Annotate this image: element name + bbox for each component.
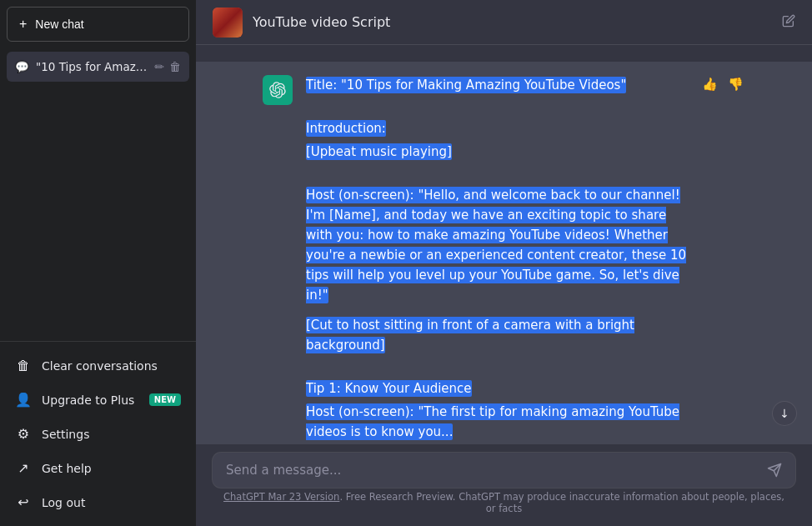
gpt-avatar <box>263 75 293 105</box>
header: YouTube video Script <box>196 0 812 45</box>
chat-item-left: 💬 "10 Tips for Amazing Yo <box>15 60 149 73</box>
settings-icon: ⚙ <box>15 426 32 442</box>
plus-icon: + <box>19 18 27 31</box>
sidebar-item-upgrade[interactable]: 👤 Upgrade to Plus NEW <box>7 383 189 417</box>
footer-rest: . Free Research Preview. ChatGPT may pro… <box>339 491 784 514</box>
message-actions: 👍 👎 <box>700 75 745 93</box>
header-left: YouTube video Script <box>213 8 390 38</box>
sidebar-item-settings[interactable]: ⚙ Settings <box>7 417 189 451</box>
help-icon: ↗ <box>15 460 32 476</box>
message-paragraph-1: Host (on-screen): "Hello, and welcome ba… <box>306 185 687 305</box>
help-label: Get help <box>42 462 92 475</box>
delete-chat-icon[interactable]: 🗑 <box>169 60 181 73</box>
message-input[interactable] <box>226 463 759 478</box>
thumbs-up-button[interactable]: 👍 <box>700 75 719 93</box>
message-line-host2: Host (on-screen): "The first tip for mak… <box>306 402 687 442</box>
highlighted-paragraph-1: Host (on-screen): "Hello, and welcome ba… <box>306 187 686 303</box>
upgrade-label: Upgrade to Plus <box>42 393 134 407</box>
send-button[interactable] <box>767 463 782 478</box>
message-line-cut: [Cut to host sitting in front of a camer… <box>306 315 687 355</box>
scroll-down-button[interactable]: ↓ <box>772 401 797 426</box>
message-line-tip1: Tip 1: Know Your Audience <box>306 378 687 398</box>
edit-chat-icon[interactable]: ✏ <box>154 60 164 73</box>
header-avatar <box>213 8 243 38</box>
scroll-down-icon: ↓ <box>779 407 789 420</box>
new-badge: NEW <box>149 393 181 406</box>
sidebar: + New chat 💬 "10 Tips for Amazing Yo ✏ 🗑… <box>0 0 196 526</box>
header-edit-icon[interactable] <box>782 14 795 31</box>
sidebar-bottom: 🗑 Clear conversations 👤 Upgrade to Plus … <box>0 341 196 526</box>
main-wrapper: YouTube video Script Title: "10 <box>196 0 812 526</box>
chat-history: 💬 "10 Tips for Amazing Yo ✏ 🗑 <box>0 48 196 341</box>
highlighted-title: Title: "10 Tips for Making Amazing YouTu… <box>306 77 626 93</box>
chat-item-label: "10 Tips for Amazing Yo <box>36 60 149 73</box>
message-line-intro: Introduction: <box>306 118 687 138</box>
assistant-message-content: Title: "10 Tips for Making Amazing YouTu… <box>306 75 687 444</box>
clear-label: Clear conversations <box>42 359 158 373</box>
new-chat-label: New chat <box>35 18 83 31</box>
sidebar-item-help[interactable]: ↗ Get help <box>7 451 189 485</box>
message-line-1: Title: "10 Tips for Making Amazing YouTu… <box>306 75 687 95</box>
settings-label: Settings <box>42 428 89 441</box>
footer-link[interactable]: ChatGPT Mar 23 Version <box>223 491 339 503</box>
footer-text: ChatGPT Mar 23 Version. Free Research Pr… <box>213 488 795 521</box>
chat-area: Title: "10 Tips for Making Amazing YouTu… <box>196 45 812 444</box>
input-wrapper <box>213 453 795 488</box>
chat-icon: 💬 <box>15 60 29 73</box>
main-content: YouTube video Script Title: "10 <box>196 0 812 526</box>
sidebar-item-logout[interactable]: ↩ Log out <box>7 485 189 519</box>
logout-icon: ↩ <box>15 494 32 510</box>
highlighted-music: [Upbeat music playing] <box>306 143 452 160</box>
message-line-music: [Upbeat music playing] <box>306 142 687 162</box>
input-area: ChatGPT Mar 23 Version. Free Research Pr… <box>196 444 812 526</box>
thumbs-down-button[interactable]: 👎 <box>726 75 745 93</box>
chat-item[interactable]: 💬 "10 Tips for Amazing Yo ✏ 🗑 <box>7 52 189 82</box>
avatar-image <box>213 8 243 38</box>
highlighted-tip1: Tip 1: Know Your Audience <box>306 380 472 397</box>
message-row-assistant: Title: "10 Tips for Making Amazing YouTu… <box>196 62 812 444</box>
sidebar-item-clear[interactable]: 🗑 Clear conversations <box>7 348 189 383</box>
clear-icon: 🗑 <box>15 358 32 373</box>
highlighted-intro: Introduction: <box>306 120 386 137</box>
new-chat-button[interactable]: + New chat <box>7 7 189 42</box>
chat-item-actions: ✏ 🗑 <box>154 60 181 73</box>
highlighted-cut: [Cut to host sitting in front of a camer… <box>306 317 634 353</box>
upgrade-icon: 👤 <box>15 392 32 408</box>
header-title: YouTube video Script <box>253 14 390 30</box>
highlighted-host2: Host (on-screen): "The first tip for mak… <box>306 403 679 440</box>
logout-label: Log out <box>42 496 85 509</box>
